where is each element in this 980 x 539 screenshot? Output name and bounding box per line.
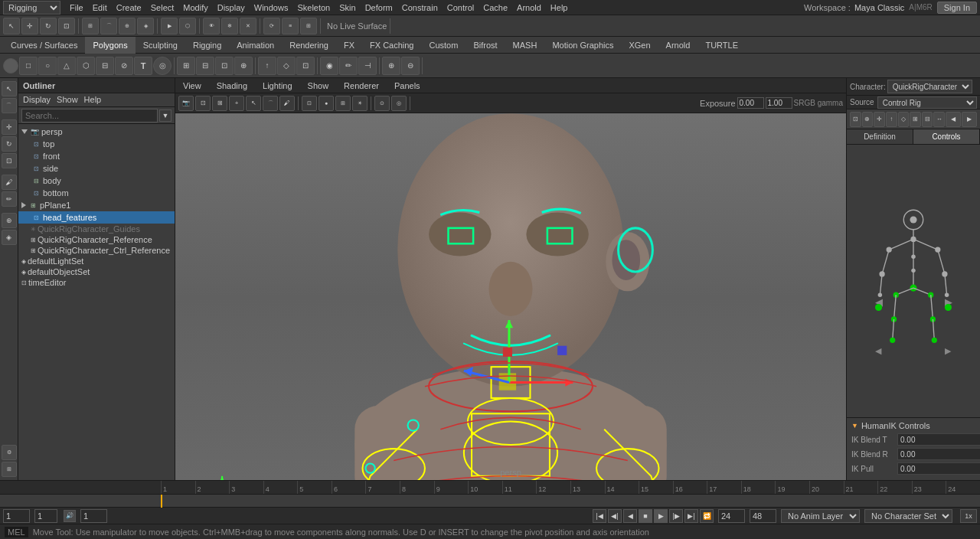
move-btn-left[interactable]: ✛: [2, 119, 17, 135]
outliner-display-menu[interactable]: Display: [23, 95, 51, 105]
char-set-select[interactable]: No Character Set: [864, 509, 952, 523]
timeline-playhead[interactable]: [161, 495, 162, 508]
rp-source-select[interactable]: Control Rig: [877, 96, 977, 109]
tab-fx[interactable]: FX: [336, 37, 362, 54]
step-fwd-btn[interactable]: |▶: [669, 509, 683, 523]
rp-btn-4[interactable]: ↑: [886, 112, 897, 127]
play-back-btn[interactable]: ◀: [623, 509, 637, 523]
tree-item-front[interactable]: ⊡ front: [18, 150, 175, 162]
sphere-icon-btn[interactable]: ○: [38, 57, 57, 75]
rp-character-select[interactable]: QuickRigCharacter: [887, 80, 972, 93]
rp-btn-7[interactable]: ⊟: [922, 112, 933, 127]
exposure-input[interactable]: [737, 97, 764, 109]
mirror-icon-btn[interactable]: ⊣: [358, 57, 377, 75]
step-back-btn[interactable]: ◀|: [608, 509, 622, 523]
menu-edit[interactable]: Edit: [93, 3, 107, 12]
rp-btn-8[interactable]: ↔: [933, 112, 945, 127]
cube-icon-btn[interactable]: □: [19, 57, 38, 75]
tab-custom[interactable]: Custom: [422, 37, 466, 54]
vp-lasso-btn[interactable]: ⌒: [263, 96, 278, 111]
vp-guides-btn[interactable]: +: [229, 96, 244, 111]
tab-xgen[interactable]: XGen: [621, 37, 658, 54]
current-frame-input[interactable]: [3, 509, 30, 523]
vp-menu-shading[interactable]: Shading: [209, 78, 255, 93]
history-btn[interactable]: ⟳: [263, 18, 280, 34]
search-options-btn[interactable]: ▼: [159, 109, 172, 122]
snap-vertex-icon-btn[interactable]: ⊕: [382, 57, 400, 75]
lasso-btn[interactable]: ⌒: [2, 98, 17, 113]
tree-item-top[interactable]: ⊡ top: [18, 138, 175, 150]
rp-nav-left[interactable]: ◀: [946, 112, 961, 127]
menu-skeleton[interactable]: Skeleton: [297, 3, 330, 12]
vp-menu-show[interactable]: Show: [300, 78, 337, 93]
extract-icon-btn[interactable]: ⊡: [215, 57, 234, 75]
tree-item-ctrl-reference[interactable]: ⊞ QuickRigCharacter_Ctrl_Reference: [18, 245, 175, 256]
tree-item-side[interactable]: ⊡ side: [18, 162, 175, 175]
menu-create[interactable]: Create: [116, 3, 142, 12]
cone-icon-btn[interactable]: △: [57, 57, 76, 75]
disk-icon-btn[interactable]: ⊘: [115, 57, 133, 75]
menu-windows[interactable]: Windows: [254, 3, 289, 12]
vp-isolate-btn[interactable]: ◎: [391, 96, 407, 111]
ik-blend-t-input[interactable]: [897, 433, 980, 446]
component-btn[interactable]: ⊕: [2, 213, 17, 228]
range-end-input[interactable]: [718, 509, 745, 523]
extrude-icon-btn[interactable]: ↑: [258, 57, 276, 75]
rp-btn-1[interactable]: ⊡: [850, 112, 861, 127]
menu-display[interactable]: Display: [217, 3, 245, 12]
snap-curve-btn[interactable]: ⌒: [100, 18, 117, 34]
attr-editor-btn[interactable]: ⊞: [300, 18, 317, 34]
bridge-icon-btn[interactable]: ⊡: [296, 57, 315, 75]
tab-fx-caching[interactable]: FX Caching: [362, 37, 421, 54]
anim-layer-select[interactable]: No Anim Layer: [781, 509, 860, 523]
vp-select-btn[interactable]: ↖: [246, 96, 261, 111]
tab-rigging[interactable]: Rigging: [185, 37, 229, 54]
mode-select[interactable]: Rigging Modeling Animation: [3, 1, 60, 15]
rotate-tool-btn[interactable]: ↻: [40, 18, 57, 34]
viewport-canvas[interactable]: Y X persp: [175, 113, 846, 480]
rp-nav-right[interactable]: ▶: [962, 112, 977, 127]
snap-edge-icon-btn[interactable]: ⊖: [401, 57, 420, 75]
tree-item-time-editor[interactable]: ⊡ timeEditor: [18, 277, 175, 288]
tree-item-pplane1[interactable]: ⊞ pPlane1: [18, 199, 175, 211]
tab-mash[interactable]: MASH: [505, 37, 545, 54]
snap-grid-btn[interactable]: ⊞: [82, 18, 99, 34]
audio-btn[interactable]: 🔊: [64, 510, 76, 522]
tree-item-guides[interactable]: ✳ QuickRigCharacter_Guides: [18, 224, 175, 234]
tree-item-bottom[interactable]: ⊡ bottom: [18, 187, 175, 199]
menu-file[interactable]: File: [70, 3, 83, 12]
scale-btn-left[interactable]: ⊡: [2, 153, 17, 168]
separate-icon-btn[interactable]: ⊟: [196, 57, 214, 75]
loop-btn[interactable]: 🔁: [700, 509, 714, 523]
snap-surface-btn[interactable]: ◈: [137, 18, 154, 34]
vp-menu-panels[interactable]: Panels: [387, 78, 428, 93]
plane-icon-btn[interactable]: ⊟: [96, 57, 114, 75]
rp-tab-controls[interactable]: Controls: [913, 129, 980, 144]
vp-paint-btn[interactable]: 🖌: [279, 96, 295, 111]
menu-constrain[interactable]: Constrain: [402, 3, 438, 12]
settings-btn[interactable]: ⚙: [2, 445, 17, 460]
goto-start-btn[interactable]: |◀: [593, 509, 606, 523]
rp-tab-definition[interactable]: Definition: [847, 129, 913, 144]
rotate-btn-left[interactable]: ↻: [2, 136, 17, 152]
nurbscircle-icon-btn[interactable]: ◎: [153, 57, 172, 75]
torus-icon-btn[interactable]: ⬡: [77, 57, 95, 75]
channel-box-btn[interactable]: ≡: [282, 18, 299, 34]
goto-end-btn[interactable]: ▶|: [684, 509, 698, 523]
range-start-input[interactable]: [80, 509, 107, 523]
select-tool-btn[interactable]: ↖: [3, 18, 20, 34]
tab-sculpting[interactable]: Sculpting: [136, 37, 185, 54]
ik-pull-input[interactable]: [897, 462, 980, 475]
rp-btn-2[interactable]: ⊕: [862, 112, 874, 127]
sculpt-icon-btn[interactable]: ✏: [339, 57, 358, 75]
scale-tool-btn[interactable]: ⊡: [58, 18, 75, 34]
vp-resolution-btn[interactable]: ⊞: [212, 96, 227, 111]
vp-filmgate-btn[interactable]: ⊡: [195, 96, 211, 111]
stop-btn[interactable]: ■: [639, 509, 652, 523]
viewport[interactable]: View Shading Lighting Show Renderer Pane…: [175, 78, 846, 480]
menu-skin[interactable]: Skin: [339, 3, 355, 12]
vp-smooth-shade-btn[interactable]: ●: [318, 96, 334, 111]
vp-xray-btn[interactable]: ⊙: [374, 96, 390, 111]
snap-point-btn[interactable]: ⊕: [119, 18, 136, 34]
ik-blend-r-input[interactable]: [897, 448, 980, 460]
